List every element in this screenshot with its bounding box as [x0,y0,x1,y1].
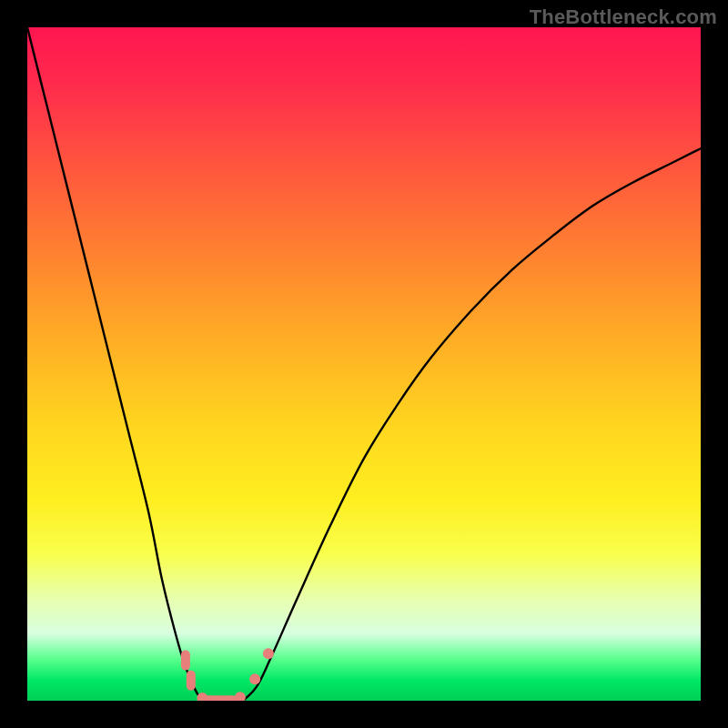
marker-dot [263,648,274,659]
marker-capsule [181,651,190,671]
marker-capsule [217,695,238,701]
marker-dot [249,673,260,684]
curve-markers [181,648,274,701]
marker-capsule [187,671,196,691]
curve-right-branch [243,148,701,701]
watermark-text: TheBottleneck.com [530,5,717,29]
plot-area [27,27,701,701]
curve-left-branch [27,27,202,701]
chart-frame: TheBottleneck.com [0,0,728,728]
marker-dot [235,692,246,701]
bottleneck-curve [27,27,701,701]
